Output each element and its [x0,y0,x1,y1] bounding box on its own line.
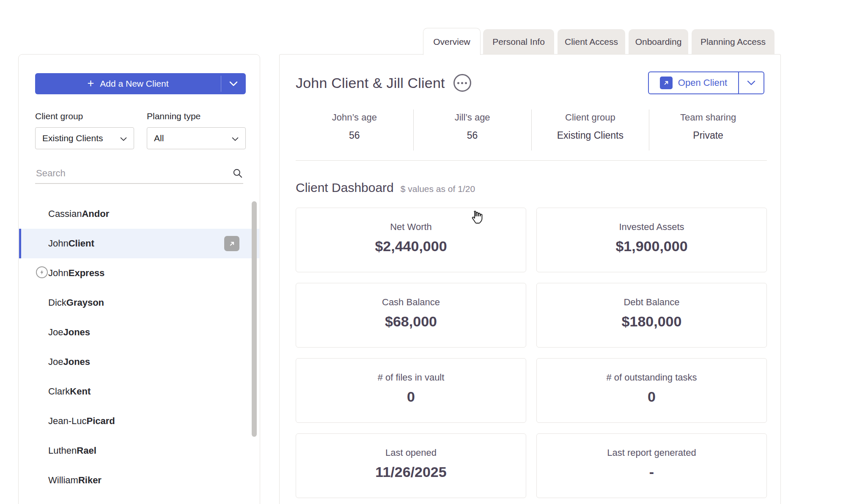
add-client-split-button: + Add a New Client [35,73,246,94]
client-row-william-riker[interactable]: William Riker [19,466,259,495]
client-list: Cassian AndorJohn ClientJohn ExpressDick… [19,199,259,504]
chevron-down-icon [120,133,127,143]
dashboard-subtitle: $ values as of 1/20 [401,184,475,194]
card-value: - [537,464,766,480]
client-list-scrollbar[interactable] [252,201,257,437]
planning-type-selected-value: All [154,133,164,143]
dashboard-card-invested-assets: Invested Assets$1,900,000 [536,208,767,272]
client-row-dick-grayson[interactable]: Dick Grayson [19,288,259,318]
card-value: $180,000 [537,313,766,330]
card-value: 0 [296,389,526,405]
tab-client-access[interactable]: Client Access [558,29,625,54]
client-group-selected-value: Existing Clients [42,133,103,143]
search-input[interactable] [35,167,232,179]
plus-icon: + [87,78,94,89]
dashboard-card--of-outstanding-tasks: # of outstanding tasks0 [536,358,767,423]
dashboard-card-last-opened: Last opened11/26/2025 [296,433,526,498]
planning-type-filter-label: Planning type [147,111,246,121]
dashboard-cards: Net Worth$2,440,000Invested Assets$1,900… [296,208,767,498]
stat-label: Jill’s age [414,112,531,123]
tab-planning-access[interactable]: Planning Access [692,29,775,54]
external-link-icon [660,77,673,89]
tab-onboarding[interactable]: Onboarding [629,29,688,54]
dashboard-card-net-worth: Net Worth$2,440,000 [296,208,526,272]
more-options-icon[interactable] [453,74,471,92]
stat-jill-s-age: Jill’s age56 [414,110,532,151]
client-row-cassian-andor[interactable]: Cassian Andor [19,199,259,229]
card-label: # of files in vault [296,372,526,383]
dashboard-card-debt-balance: Debt Balance$180,000 [536,283,767,348]
card-label: # of outstanding tasks [537,372,766,383]
open-client-button[interactable]: Open Client [649,72,738,93]
card-label: Cash Balance [296,297,526,308]
chevron-down-icon [747,80,755,85]
open-client-dropdown-button[interactable] [739,72,764,93]
tab-overview[interactable]: Overview [423,28,481,55]
dashboard-title: Client Dashboard [296,181,394,195]
card-value: $68,000 [296,313,526,330]
add-client-dropdown-button[interactable] [221,73,246,94]
card-label: Last opened [296,447,526,458]
stat-team-sharing: Team sharingPrivate [649,110,767,151]
card-value: $2,440,000 [296,238,526,255]
client-row-john-client[interactable]: John Client [19,229,259,258]
client-filters: Client group Existing Clients Planning t… [35,111,246,149]
stat-value: Private [649,130,767,141]
client-group-select[interactable]: Existing Clients [35,127,134,149]
open-client-row-icon[interactable] [224,236,239,251]
client-group-filter-label: Client group [35,111,134,121]
open-client-label: Open Client [678,77,727,88]
planning-type-select[interactable]: All [147,127,246,149]
add-new-client-label: Add a New Client [100,79,168,89]
client-row-clark-kent[interactable]: Clark Kent [19,377,259,406]
dashboard-card-cash-balance: Cash Balance$68,000 [296,283,526,348]
card-label: Last report generated [537,447,766,458]
card-value: 0 [537,389,766,405]
client-row-luthen-rael[interactable]: Luthen Rael [19,436,259,466]
client-row-jean-luc-picard[interactable]: Jean-Luc Picard [19,406,259,436]
client-detail-panel: John Client & Jill Client Open Client Jo… [279,54,781,504]
chevron-down-icon [232,133,239,143]
card-value: $1,900,000 [537,238,766,255]
client-search [35,164,243,184]
client-row-john-express[interactable]: John Express [19,258,259,288]
stat-value: 56 [296,130,413,141]
info-stats: John’s age56Jill’s age56Client groupExis… [296,110,767,151]
stat-value: Existing Clients [532,130,649,141]
section-divider [296,160,767,161]
stat-label: Team sharing [649,112,767,123]
tab-personal-info[interactable]: Personal Info [483,29,554,54]
stat-john-s-age: John’s age56 [296,110,414,151]
add-new-client-button[interactable]: + Add a New Client [35,73,221,94]
client-sidebar: + Add a New Client Client group Existing… [18,54,260,504]
stat-value: 56 [414,130,531,141]
page-title: John Client & Jill Client [296,75,445,91]
card-label: Debt Balance [537,297,766,308]
stat-label: John’s age [296,112,413,123]
client-row-joe-jones[interactable]: Joe Jones [19,318,259,347]
express-client-icon [36,266,48,278]
search-icon [232,168,243,179]
dashboard-card--of-files-in-vault: # of files in vault0 [296,358,526,423]
client-management-screen: OverviewPersonal InfoClient AccessOnboar… [0,0,846,504]
open-client-split-button: Open Client [648,71,764,94]
client-row-joe-jones[interactable]: Joe Jones [19,347,259,377]
card-value: 11/26/2025 [296,464,526,480]
stat-label: Client group [532,112,649,123]
stat-client-group: Client groupExisting Clients [532,110,650,151]
card-label: Invested Assets [537,222,766,233]
card-label: Net Worth [296,222,526,233]
chevron-down-icon [229,81,238,86]
dashboard-card-last-report-generated: Last report generated- [536,433,767,498]
